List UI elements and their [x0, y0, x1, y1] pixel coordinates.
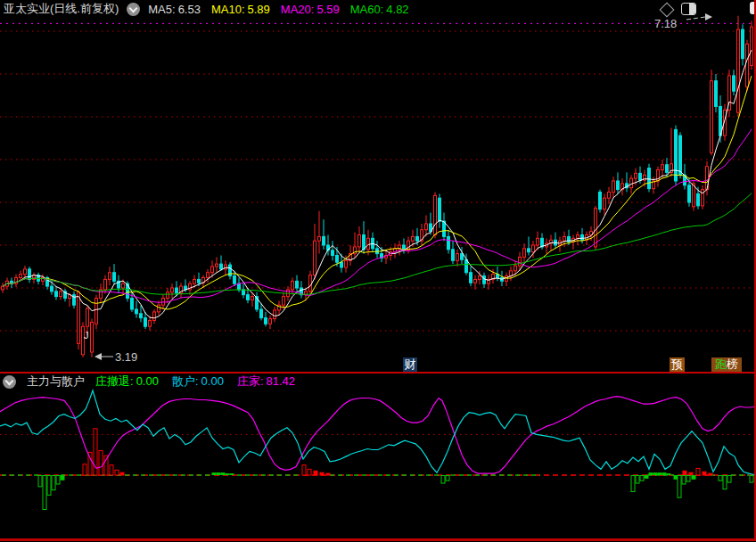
svg-text:3.19: 3.19 [115, 350, 137, 364]
stock-chart-app: 7.183.19J 亚太实业(日线.前复权) MA5:6.53 MA10:5.8… [0, 0, 756, 542]
indicator-chart[interactable] [0, 389, 756, 538]
ranking-char-1: 跑 [715, 357, 727, 371]
split-pane-icon[interactable] [681, 3, 696, 15]
indicator-lines [0, 390, 756, 475]
ranking-button[interactable]: 跑榜 [711, 357, 742, 372]
bottom-border [0, 538, 756, 541]
chart-toolbar [662, 3, 696, 15]
indicator-field-zhuangchetui: 庄撤退:0.00 [95, 374, 161, 390]
svg-text:J: J [84, 330, 89, 341]
indicator-title: 主力与散户 [27, 374, 85, 390]
indicator-field-zhuangjia: 庄家:81.42 [237, 374, 298, 390]
diamond-icon[interactable] [660, 2, 675, 17]
ma60-label: MA60:4.82 [350, 3, 412, 16]
ma20-label: MA20:5.59 [281, 3, 342, 16]
ranking-char-2: 榜 [727, 357, 738, 371]
indicator-bars [38, 429, 753, 510]
indicator-header: 主力与散户 庄撤退:0.00 散户:0.00 庄家:81.42 [3, 374, 298, 389]
indicator-field-sanhu: 散户:0.00 [172, 374, 226, 390]
svg-text:7.18: 7.18 [654, 17, 677, 30]
indicator-chevron-icon[interactable] [3, 375, 16, 389]
stock-title: 亚太实业(日线.前复权) [4, 1, 119, 17]
collapse-chevron-icon[interactable] [127, 3, 140, 16]
ma10-label: MA10:5.89 [211, 3, 273, 16]
finance-button[interactable]: 财 [403, 357, 417, 372]
main-candlestick-chart[interactable]: 7.183.19J [0, 0, 756, 373]
ma5-label: MA5:6.53 [148, 3, 203, 16]
main-chart-header: 亚太实业(日线.前复权) MA5:6.53 MA10:5.89 MA20:5.5… [4, 1, 412, 17]
alert-button[interactable]: 预 [670, 357, 685, 372]
candles [2, 16, 753, 357]
